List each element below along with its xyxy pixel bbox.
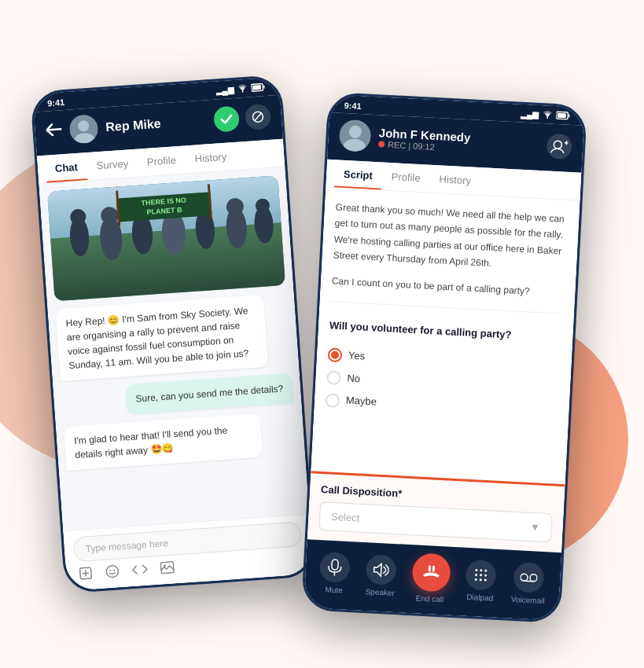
rec-indicator (377, 141, 384, 147)
end-call-button[interactable]: End call (410, 552, 451, 604)
disposition-placeholder: Select (330, 511, 359, 524)
svg-rect-40 (557, 113, 565, 119)
dialpad-button[interactable]: Dialpad (465, 560, 497, 603)
svg-rect-50 (428, 565, 430, 571)
svg-point-60 (484, 579, 486, 582)
phone-right-screen: 9:41 ▂▄▆ (304, 94, 585, 621)
tab-history-right[interactable]: History (429, 165, 480, 195)
tab-history[interactable]: History (184, 142, 237, 173)
svg-point-35 (113, 569, 115, 571)
voicemail-button[interactable]: Voicemail (510, 562, 546, 605)
speaker-label: Speaker (365, 587, 395, 597)
contact-name-left: Rep Mike (105, 113, 206, 134)
svg-point-0 (241, 90, 243, 92)
dialpad-icon (465, 560, 496, 591)
call-info: John F Kennedy REC | 09:12 (377, 126, 539, 157)
script-body-text: Great thank you so much! We need all the… (333, 200, 569, 276)
voicemail-icon (513, 562, 544, 593)
svg-point-38 (546, 117, 548, 119)
time-right: 9:41 (344, 100, 362, 110)
radio-no-circle[interactable] (326, 370, 341, 385)
status-icons-right: ▂▄▆ (520, 109, 570, 122)
emoji-icon[interactable] (105, 564, 120, 582)
tab-chat[interactable]: Chat (44, 152, 87, 183)
phone-right: 9:41 ▂▄▆ (300, 92, 587, 623)
svg-line-32 (85, 570, 86, 576)
battery-icon-left (251, 83, 266, 94)
code-icon[interactable] (131, 563, 148, 579)
avatar-left (68, 114, 98, 144)
battery-icon-right (555, 111, 570, 122)
speaker-button[interactable]: Speaker (364, 554, 396, 597)
radio-options: Yes No Maybe (325, 347, 561, 420)
svg-line-8 (253, 112, 262, 121)
chat-image: THERE IS NO PLANET B (46, 175, 285, 301)
svg-point-58 (474, 578, 477, 581)
option-maybe-label: Maybe (345, 393, 377, 411)
svg-point-55 (475, 574, 477, 576)
caller-avatar (338, 119, 371, 152)
tab-profile[interactable]: Profile (136, 145, 186, 176)
radio-yes-circle[interactable] (327, 347, 342, 362)
chat-content: THERE IS NO PLANET B Hey Rep! 😊 I'm Sam … (39, 167, 309, 531)
svg-point-62 (529, 574, 536, 582)
phones-container: 9:41 ▂▄▆ (24, 20, 621, 648)
tab-profile-right[interactable]: Profile (381, 163, 430, 193)
add-contact-button[interactable] (546, 133, 572, 160)
speaker-icon (365, 554, 396, 585)
message-sent-1: Sure, can you send me the details? (125, 373, 293, 415)
option-maybe[interactable]: Maybe (325, 392, 558, 420)
tab-survey[interactable]: Survey (86, 149, 138, 180)
call-controls: Mute Speaker (304, 539, 561, 621)
svg-point-53 (480, 569, 482, 571)
radio-yes-inner (330, 351, 339, 360)
signal-icon-left: ▂▄▆ (215, 86, 234, 96)
mute-button[interactable]: Mute (318, 552, 351, 595)
voicemail-label: Voicemail (510, 595, 544, 605)
message-received-2: I'm glad to hear that! I'll send you the… (63, 413, 262, 471)
svg-point-52 (475, 569, 477, 571)
image-icon[interactable] (160, 561, 175, 578)
wifi-icon-right (541, 110, 553, 121)
dialpad-label: Dialpad (466, 593, 493, 603)
disposition-section: Call Disposition* Select ▼ (307, 471, 565, 552)
attachment-icon[interactable] (78, 566, 93, 584)
disposition-select[interactable]: Select ▼ (318, 501, 553, 542)
option-no-label: No (346, 370, 360, 387)
time-left: 9:41 (46, 97, 64, 108)
svg-point-57 (484, 574, 487, 577)
phone-left-screen: 9:41 ▂▄▆ (32, 77, 313, 591)
phone-left: 9:41 ▂▄▆ (30, 75, 316, 594)
svg-point-34 (109, 570, 111, 571)
divider-1 (330, 301, 563, 314)
end-call-icon[interactable] (411, 552, 451, 592)
svg-point-45 (554, 141, 562, 149)
svg-rect-51 (432, 566, 434, 572)
svg-point-33 (105, 565, 118, 578)
svg-rect-48 (331, 560, 338, 570)
mute-icon (319, 552, 351, 583)
script-content: Great thank you so much! We need all the… (311, 188, 580, 484)
svg-point-56 (480, 574, 482, 576)
radio-maybe-circle[interactable] (325, 393, 340, 408)
script-question-text: Can I count on you to be part of a calli… (331, 273, 565, 301)
tab-script[interactable]: Script (333, 160, 383, 189)
status-icons-left: ▂▄▆ (215, 83, 266, 96)
signal-icon-right: ▂▄▆ (520, 110, 539, 119)
check-button[interactable] (213, 106, 240, 133)
end-call-label: End call (415, 594, 443, 604)
radio-question: Will you volunteer for a calling party? (329, 317, 562, 346)
svg-point-59 (479, 578, 481, 581)
mute-label: Mute (325, 585, 343, 594)
back-button-left[interactable] (45, 123, 61, 140)
header-actions-left (213, 104, 271, 133)
message-received-1: Hey Rep! 😊 I'm Sam from Sky Society. We … (55, 295, 267, 381)
dropdown-chevron-icon: ▼ (529, 521, 540, 534)
svg-line-63 (524, 581, 533, 582)
option-yes-label: Yes (348, 347, 365, 365)
svg-point-61 (520, 574, 527, 581)
svg-rect-2 (252, 85, 260, 90)
wifi-icon-left (237, 84, 248, 95)
block-button[interactable] (244, 104, 270, 130)
svg-point-54 (484, 570, 487, 572)
